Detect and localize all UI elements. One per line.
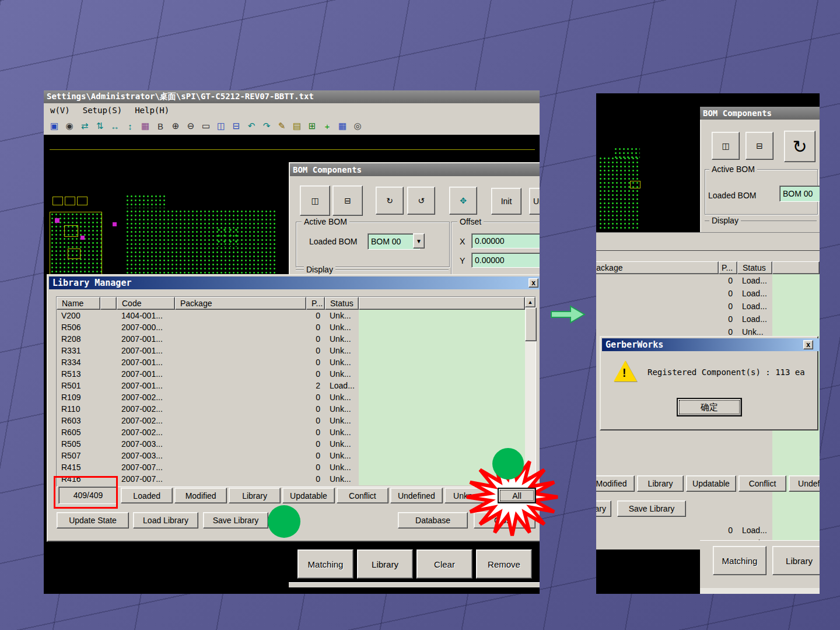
rotate-cw-button[interactable]: ↻ [784,131,816,162]
rotate-cw-button[interactable]: ↻ [376,187,404,215]
tile-vertical-icon[interactable]: ◫ [214,119,228,133]
split-vertical-button[interactable]: ◫ [300,186,330,216]
table-row[interactable]: 0 Load... [596,524,820,537]
zoom-out-icon[interactable]: ⊖ [184,119,198,133]
table-row[interactable]: 0 Load... [596,313,820,326]
zoom-fit-icon[interactable]: ▭ [199,119,213,133]
library-manager-titlebar[interactable]: Library Manager [49,276,540,289]
table-row[interactable]: R505 2007-003... 0 Unk... [57,438,525,450]
move-layer-icon[interactable]: ⇅ [93,119,107,133]
find-icon[interactable]: ◎ [351,119,365,133]
filter-button[interactable]: Conflict [337,488,388,503]
bom-icon[interactable]: B [153,119,167,133]
move-button[interactable]: ✥ [449,187,477,215]
filter-button[interactable]: Updatable [282,488,334,503]
offset-y-field[interactable]: 0.00000 [471,253,540,268]
save-library-button[interactable]: Save Library [617,501,686,517]
library-button[interactable]: Library [357,550,413,579]
table-row[interactable]: R603 2007-002... 0 Unk... [57,415,525,426]
loaded-bom-field[interactable]: BOM 00 [779,186,820,202]
table-row[interactable]: R415 2007-007... 0 Unk... [57,461,525,473]
filter-button-library[interactable]: Library [637,475,684,492]
menu-item[interactable]: Setup(S) [76,106,128,115]
undo-icon[interactable]: ↶ [244,119,258,133]
component-icon[interactable]: ▦ [138,119,152,133]
load-library-button[interactable]: Load Library [133,512,198,528]
column-header-package[interactable]: Package [175,297,306,310]
window-titlebar[interactable]: Settings\Administrator\桌面\sPI\GT-C5212-R… [44,90,540,103]
filter-button[interactable]: Loaded [121,488,173,503]
column-header-name[interactable]: Name [57,297,100,310]
table-row[interactable]: R110 2007-002... 0 Unk... [57,403,525,415]
remove-button[interactable]: Remove [476,550,532,579]
align-icon[interactable]: ↔ [108,119,122,133]
zoom-in-icon[interactable]: ⊕ [169,119,183,133]
filter-button[interactable]: Library [229,488,281,503]
column-header-status[interactable]: Status [737,261,772,274]
update-state-button[interactable]: Update State [57,512,129,528]
table-row[interactable]: R331 2007-001... 0 Unk... [57,345,525,356]
column-header-code[interactable]: Code [117,297,175,310]
table-row[interactable]: R334 2007-001... 0 Unk... [57,356,525,368]
ok-button[interactable]: 确定 [677,398,742,416]
grid-icon[interactable]: ▦ [335,119,349,133]
init-button[interactable]: Init [491,188,522,215]
filter-button-conflict[interactable]: Conflict [738,475,786,492]
edit-icon[interactable]: ✎ [275,119,289,133]
rotate-ccw-button[interactable]: ↺ [407,187,435,215]
unload-button[interactable]: Un [529,188,540,215]
origin-icon[interactable]: ◉ [62,119,76,133]
table-row[interactable]: R506 2007-000... 0 Unk... [57,321,525,333]
tile-horizontal-icon[interactable]: ⊟ [229,119,243,133]
library-icon[interactable]: ▤ [290,119,304,133]
filter-button-updatable[interactable]: Updatable [686,475,736,492]
gerberworks-close-button[interactable]: x [803,340,813,349]
board-view-icon[interactable]: ▣ [47,119,61,133]
redo-icon[interactable]: ↷ [260,119,274,133]
add-icon[interactable]: + [320,119,334,133]
bom-dialog-titlebar[interactable]: BOM Components [290,163,540,176]
column-header-p[interactable]: P... [306,297,325,310]
table-icon[interactable]: ⊞ [305,119,319,133]
table-row[interactable]: 0 Load... [596,300,820,313]
database-button[interactable]: Database [398,512,468,528]
loaded-bom-field[interactable]: BOM 00 [368,233,420,250]
table-row[interactable]: R501 2007-001... 2 Load... [57,380,525,391]
bom-dialog-titlebar[interactable]: BOM Components [700,107,820,120]
gerberworks-titlebar[interactable]: GerberWorks [602,338,820,351]
table-row[interactable]: R416 2007-007... 0 Unk... [57,473,525,485]
column-header-p[interactable]: P... [719,261,737,274]
filter-button[interactable]: Undefined [390,488,442,503]
move-step-icon[interactable]: ⇄ [78,119,92,133]
matching-button[interactable]: Matching [298,550,354,579]
offset-x-field[interactable]: 0.00000 [471,233,540,249]
filter-button-modified[interactable]: Modified [596,475,635,492]
table-row[interactable]: R605 2007-002... 0 Unk... [57,426,525,438]
column-header-blank[interactable] [100,297,117,310]
scroll-up-button[interactable]: ▲ [525,297,536,307]
column-header-status[interactable]: Status [325,297,359,310]
table-row[interactable]: R513 2007-001... 0 Unk... [57,368,525,380]
split-horizontal-button[interactable]: ⊟ [332,186,363,216]
split-horizontal-button[interactable]: ⊟ [746,132,774,160]
menu-item[interactable]: Help(H) [128,106,176,115]
table-row[interactable]: 0 Load... [596,287,820,300]
distribute-icon[interactable]: ↕ [123,119,137,133]
menu-item[interactable]: w(V) [44,106,76,115]
table-row[interactable]: 0 Load... [596,274,820,287]
loaded-bom-dropdown-button[interactable]: ▼ [413,233,425,249]
library-manager-close-button[interactable]: x [528,278,538,288]
filter-button[interactable]: Modified [174,488,226,503]
filter-button-undefined[interactable]: Undefined [789,475,820,492]
table-row[interactable]: R507 2007-003... 0 Unk... [57,450,525,461]
table-row[interactable]: R109 2007-002... 0 Unk... [57,391,525,403]
save-library-button[interactable]: Save Library [203,512,268,528]
split-vertical-button[interactable]: ◫ [712,132,740,160]
library-button[interactable]: Library [772,546,820,575]
table-row[interactable]: V200 1404-001... 0 Unk... [57,310,525,321]
clear-button[interactable]: Clear [416,550,473,579]
all-filter-button[interactable]: All [498,488,536,503]
table-row[interactable]: R208 2007-001... 0 Unk... [57,333,525,345]
scrollbar-thumb[interactable] [525,307,537,341]
matching-button[interactable]: Matching [713,546,766,575]
